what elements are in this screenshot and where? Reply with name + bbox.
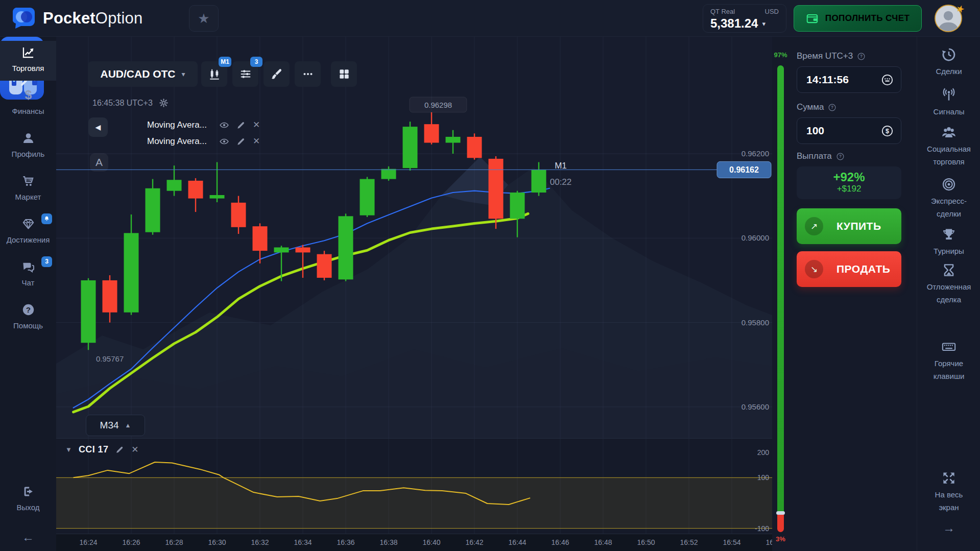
time-axis-label: 16:28 bbox=[165, 538, 183, 546]
toolbar-badge: 3 bbox=[250, 57, 262, 67]
chevron-down-icon: ▾ bbox=[181, 70, 185, 78]
drawing-tools-button[interactable] bbox=[264, 61, 290, 87]
balance-dropdown[interactable]: 5,381.24 ▾ bbox=[710, 16, 779, 31]
chevron-down-icon: ▾ bbox=[762, 20, 766, 28]
right-sidebar-item-target[interactable]: Экспресс-сделки bbox=[917, 177, 980, 220]
payout-info: +92% +$192 bbox=[797, 166, 901, 199]
close-icon[interactable]: ✕ bbox=[253, 136, 260, 147]
deposit-label: ПОПОЛНИТЬ СЧЕТ bbox=[825, 13, 910, 23]
account-type-label: QT Real bbox=[710, 8, 735, 15]
deposit-button[interactable]: ПОПОЛНИТЬ СЧЕТ bbox=[794, 5, 922, 32]
currency-label: USD bbox=[765, 8, 779, 15]
eye-icon[interactable] bbox=[219, 136, 229, 147]
right-sidebar-item-users[interactable]: Социальнаяторговля bbox=[917, 125, 980, 167]
gem-icon bbox=[21, 217, 35, 231]
buy-button[interactable]: ↗ КУПИТЬ bbox=[797, 208, 901, 244]
chart-toolbar: AUD/CAD OTC ▾ M13 bbox=[88, 61, 198, 87]
user-icon bbox=[21, 131, 35, 145]
time-keypad-icon[interactable] bbox=[881, 74, 894, 86]
close-icon[interactable]: ✕ bbox=[253, 120, 260, 130]
help-icon[interactable]: ? bbox=[828, 103, 836, 112]
users-icon bbox=[941, 125, 957, 140]
right-sidebar-item-history[interactable]: Сделки bbox=[917, 47, 980, 77]
chart-type-button[interactable]: M1 bbox=[201, 61, 227, 87]
eye-icon[interactable] bbox=[219, 120, 229, 130]
right-sidebar-item-signal[interactable]: Сигналы bbox=[917, 87, 980, 117]
expand-icon bbox=[941, 470, 957, 486]
amount-input[interactable]: 100 $ bbox=[797, 117, 901, 144]
logout-button[interactable]: Выход bbox=[0, 480, 56, 516]
exit-icon bbox=[21, 485, 35, 498]
pencil-icon[interactable] bbox=[236, 136, 246, 147]
sidebar-item-chart-line[interactable]: Торговля bbox=[0, 41, 56, 81]
chat-icon bbox=[21, 260, 35, 274]
account-balance[interactable]: QT Real USD 5,381.24 ▾ bbox=[703, 4, 786, 33]
right-sidebar-item-label: сделки bbox=[917, 208, 980, 220]
dollar-icon: $ bbox=[21, 88, 35, 102]
collapse-legend-button[interactable]: ◀ bbox=[88, 117, 108, 137]
dollar-circle-icon[interactable]: $ bbox=[881, 125, 894, 137]
payout-label-row: Выплата ? bbox=[797, 151, 845, 161]
right-sidebar-item-trophy[interactable]: Турниры bbox=[917, 227, 980, 257]
candle bbox=[167, 180, 182, 190]
time-axis-label: 16:36 bbox=[337, 538, 354, 546]
right-sidebar-item-hourglass[interactable]: Отложеннаясделка bbox=[917, 262, 980, 305]
expand-panel-button[interactable]: → bbox=[917, 521, 980, 535]
sell-label: ПРОДАТЬ bbox=[836, 263, 890, 275]
toolbar-badge: M1 bbox=[219, 57, 231, 67]
collapse-sidebar-button[interactable]: ← bbox=[0, 530, 56, 550]
sidebar-item-label: Чат bbox=[0, 278, 56, 287]
right-sidebar-item-label: Экспресс- bbox=[917, 196, 980, 207]
indicator-row: Moving Avera...✕ bbox=[147, 118, 300, 132]
time-axis-label: 16:44 bbox=[508, 538, 526, 546]
target-icon bbox=[941, 177, 957, 192]
right-sidebar-item-expand[interactable]: На весьэкран bbox=[917, 470, 980, 513]
svg-text:?: ? bbox=[26, 305, 30, 314]
layout-button[interactable] bbox=[331, 61, 357, 87]
caret-down-icon[interactable]: ▼ bbox=[65, 446, 72, 453]
help-icon[interactable]: ? bbox=[857, 52, 866, 61]
svg-text:?: ? bbox=[860, 54, 863, 59]
pencil-icon[interactable] bbox=[236, 120, 246, 130]
dots-icon bbox=[301, 67, 315, 81]
sidebar-item-question[interactable]: ?Помощь bbox=[0, 298, 56, 338]
cci-band bbox=[56, 477, 772, 528]
candle bbox=[532, 170, 546, 193]
favorite-star-button[interactable]: ★ bbox=[189, 5, 219, 32]
sidebar-item-gem[interactable]: Достижения bbox=[0, 212, 56, 252]
expiration-time-value: 14:11:56 bbox=[806, 74, 881, 86]
gear-icon[interactable] bbox=[159, 98, 169, 108]
right-sidebar-item-label: Социальная bbox=[917, 143, 980, 155]
hourglass-icon bbox=[941, 262, 957, 278]
right-sidebar-item-keyboard[interactable]: Горячиеклавиши bbox=[917, 339, 980, 382]
sidebar-item-cart[interactable]: Маркет bbox=[0, 170, 56, 209]
chart-zoom-preset-button[interactable]: M34 ▲ bbox=[86, 415, 145, 436]
pocketoption-logo[interactable]: PocketOption bbox=[13, 7, 142, 30]
high-marker-value: 0.96298 bbox=[424, 101, 452, 109]
countdown-timeframe: M1 bbox=[555, 161, 567, 171]
trophy-icon bbox=[941, 227, 957, 242]
more-options-button[interactable] bbox=[295, 61, 321, 87]
expiration-time-input[interactable]: 14:11:56 bbox=[797, 66, 901, 93]
pencil-icon[interactable] bbox=[115, 445, 125, 454]
amount-value: 100 bbox=[806, 125, 881, 137]
sidebar-item-user[interactable]: Профиль bbox=[0, 127, 56, 166]
asset-selector[interactable]: AUD/CAD OTC ▾ bbox=[88, 61, 198, 87]
amount-label: Сумма bbox=[797, 102, 824, 112]
time-axis: 16:2416:2616:2816:3016:3216:3416:3616:38… bbox=[56, 534, 772, 551]
main-chart[interactable]: 0.962000.960000.958000.956000.961620.962… bbox=[56, 37, 772, 438]
close-icon[interactable]: ✕ bbox=[131, 444, 138, 455]
chart-region: 0.962000.960000.958000.956000.961620.962… bbox=[56, 37, 772, 551]
help-icon[interactable]: ? bbox=[836, 152, 845, 161]
asset-name: AUD/CAD OTC bbox=[100, 68, 175, 80]
time-axis-label: 16:48 bbox=[594, 538, 612, 546]
annotation-letter-button[interactable]: A bbox=[90, 153, 108, 172]
cci-indicator-panel[interactable]: 200100-100 bbox=[56, 438, 772, 534]
sidebar-item-label: Финансы bbox=[0, 107, 56, 115]
countdown-value: 00:22 bbox=[550, 177, 572, 187]
right-sidebar-item-label: сделка bbox=[917, 294, 980, 305]
indicators-button[interactable]: 3 bbox=[232, 61, 258, 87]
sell-button[interactable]: ↘ ПРОДАТЬ bbox=[797, 251, 901, 287]
sidebar-item-dollar[interactable]: $Финансы bbox=[0, 84, 56, 124]
sidebar-item-chat[interactable]: Чат3 bbox=[0, 255, 56, 295]
